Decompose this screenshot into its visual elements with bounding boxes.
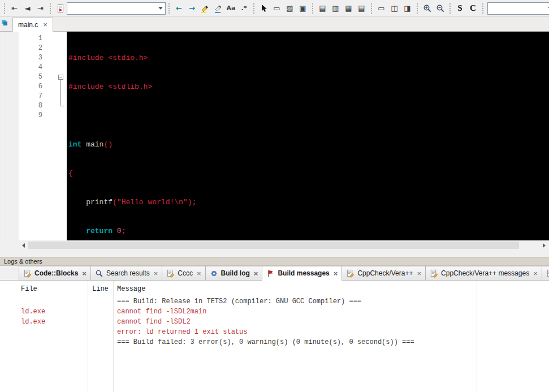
close-icon[interactable]: × bbox=[334, 270, 338, 277]
frame-outline-button[interactable]: ▭ bbox=[270, 2, 283, 15]
scrollbar-thumb[interactable] bbox=[28, 242, 519, 249]
jump-marker-button[interactable]: ◄ bbox=[21, 2, 34, 15]
layout-lines-button[interactable]: ▤ bbox=[355, 2, 368, 15]
code-text-area[interactable]: #include <stdio.h> #include <stdlib.h> i… bbox=[67, 32, 549, 240]
layout-rows-button[interactable]: ▤ bbox=[316, 2, 329, 15]
toolbar-grip[interactable] bbox=[312, 3, 313, 14]
frame-filled-button[interactable]: ▣ bbox=[296, 2, 309, 15]
column-header-message[interactable]: Message bbox=[113, 284, 549, 294]
fold-toggle[interactable] bbox=[47, 72, 67, 82]
jump-forward-button[interactable]: ⇥ bbox=[34, 2, 47, 15]
logs-tab-search-results[interactable]: Search results × bbox=[90, 266, 162, 281]
incremental-search-combo[interactable] bbox=[67, 2, 166, 15]
table-row[interactable]: ld.exe cannot find -lSDL2 bbox=[0, 317, 549, 327]
pointer-tool-button[interactable] bbox=[257, 2, 270, 15]
toolbar-grip[interactable] bbox=[4, 3, 5, 14]
logs-tab-build-log[interactable]: Build log × bbox=[205, 266, 262, 281]
logs-tab-label: Build log bbox=[221, 269, 250, 277]
code-token: #include <stdio.h> bbox=[68, 54, 148, 62]
line-number: 2 bbox=[19, 44, 47, 53]
code-token: ( bbox=[113, 198, 117, 206]
main-toolbar: ⇤ ◄ ⇥ ← → bbox=[0, 0, 549, 17]
jump-back-button[interactable]: ⇤ bbox=[8, 2, 21, 15]
run-to-cursor-button[interactable] bbox=[54, 2, 67, 15]
codeblocks-window: ⇤ ◄ ⇥ ← → bbox=[0, 0, 549, 392]
letter-c-icon: C bbox=[470, 3, 476, 13]
highlight-occurrences-button[interactable] bbox=[198, 2, 211, 15]
line-number: 4 bbox=[19, 63, 47, 72]
table-row[interactable]: === Build: Release in TETS2 (compiler: G… bbox=[0, 296, 549, 307]
dock-splitter[interactable] bbox=[0, 250, 549, 257]
toolbar-grip[interactable] bbox=[371, 3, 372, 14]
toolbar-grip[interactable] bbox=[417, 3, 418, 14]
highlight-selected-button[interactable] bbox=[211, 2, 224, 15]
letter-s-button[interactable]: S bbox=[453, 2, 466, 15]
toolbar-grip[interactable] bbox=[168, 3, 170, 14]
logs-tab-cscope[interactable]: Cscope × bbox=[542, 266, 549, 281]
logs-tab-cppcheck-messages[interactable]: CppCheck/Vera++ messages × bbox=[425, 266, 542, 281]
logs-tab-cppcheck[interactable]: CppCheck/Vera++ × bbox=[341, 266, 425, 281]
close-icon[interactable]: × bbox=[197, 270, 201, 277]
close-icon[interactable]: × bbox=[254, 270, 258, 277]
logs-tab-build-messages[interactable]: Build messages × bbox=[262, 266, 341, 281]
gutter-line: 5 bbox=[19, 72, 67, 82]
frame-shaded-button[interactable]: ▨ bbox=[283, 2, 296, 15]
tab-label: main.c bbox=[18, 21, 38, 29]
letter-c-button[interactable]: C bbox=[466, 2, 479, 15]
page-arrow-icon bbox=[56, 4, 65, 13]
regex-icon: .* bbox=[241, 5, 247, 12]
toolbar-grip[interactable] bbox=[482, 3, 483, 14]
box-plain-button[interactable]: ▭ bbox=[375, 2, 388, 15]
toolbar-right-combo[interactable] bbox=[487, 2, 549, 15]
find-next-button[interactable]: → bbox=[185, 2, 198, 15]
toolbar-grip[interactable] bbox=[50, 3, 51, 14]
letter-s-icon: S bbox=[457, 3, 462, 13]
box-split-button[interactable]: ◫ bbox=[388, 2, 401, 15]
chevron-down-icon[interactable] bbox=[546, 3, 549, 14]
code-token: ; bbox=[122, 227, 126, 235]
toolbar-grip[interactable] bbox=[253, 3, 254, 14]
scroll-left-button[interactable] bbox=[19, 240, 28, 250]
logs-tab-codeblocks[interactable]: Code::Blocks × bbox=[19, 266, 90, 281]
box-half-button[interactable]: ◨ bbox=[401, 2, 414, 15]
scrollbar-left-pad bbox=[0, 240, 19, 250]
table-row[interactable]: ld.exe cannot find -lSDL2main bbox=[0, 307, 549, 317]
logs-tab-cccc[interactable]: Cccc × bbox=[162, 266, 205, 281]
fold-collapse-icon[interactable] bbox=[58, 75, 63, 80]
match-case-button[interactable]: Aa bbox=[224, 2, 237, 15]
close-icon[interactable]: × bbox=[417, 270, 421, 277]
close-icon[interactable]: × bbox=[533, 270, 538, 277]
table-row[interactable]: === Build failed: 3 error(s), 0 warning(… bbox=[0, 337, 549, 347]
logs-caption-label: Logs & others bbox=[4, 258, 42, 265]
close-icon[interactable]: × bbox=[82, 270, 87, 277]
scrollbar-track[interactable] bbox=[28, 240, 539, 250]
chevron-down-icon[interactable] bbox=[156, 3, 165, 14]
column-header-line[interactable]: Line bbox=[88, 284, 113, 294]
zoom-out-button[interactable] bbox=[434, 2, 447, 15]
code-token bbox=[113, 227, 117, 235]
close-icon[interactable]: × bbox=[43, 21, 47, 28]
management-pane-icon[interactable] bbox=[1, 19, 8, 26]
scroll-right-button[interactable] bbox=[539, 240, 549, 250]
log-note-icon bbox=[23, 269, 32, 278]
column-header-file[interactable]: File bbox=[0, 284, 88, 294]
close-icon[interactable]: × bbox=[154, 270, 158, 277]
fold-guide-end bbox=[47, 101, 67, 111]
table-row[interactable]: error: ld returned 1 exit status bbox=[0, 327, 549, 337]
jump-marker-icon: ◄ bbox=[25, 4, 31, 12]
find-prev-button[interactable]: ← bbox=[172, 2, 185, 15]
logs-panel-caption[interactable]: Logs & others bbox=[0, 257, 549, 266]
layout-grid-button[interactable]: ▦ bbox=[342, 2, 355, 15]
regex-button[interactable]: .* bbox=[237, 2, 250, 15]
box-split-icon: ◫ bbox=[391, 4, 397, 12]
layout-cols-button[interactable]: ▥ bbox=[329, 2, 342, 15]
toolbar-grip[interactable] bbox=[449, 3, 451, 14]
frame-filled-icon: ▣ bbox=[299, 4, 306, 12]
tab-main-c[interactable]: main.c × bbox=[12, 18, 53, 32]
code-token: { bbox=[68, 169, 73, 178]
cell-message: === Build: Release in TETS2 (compiler: G… bbox=[113, 296, 549, 307]
gutter-line: 7 bbox=[19, 92, 67, 101]
zoom-in-button[interactable] bbox=[421, 2, 434, 15]
frame-shaded-icon: ▨ bbox=[286, 4, 293, 12]
line-number: 6 bbox=[19, 82, 47, 92]
